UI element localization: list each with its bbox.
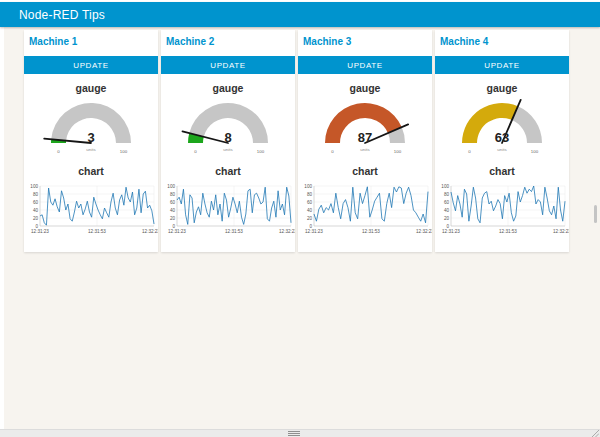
gauge-title: gauge: [435, 82, 569, 95]
svg-text:12:32:23: 12:32:23: [553, 229, 569, 234]
svg-text:12:31:53: 12:31:53: [362, 229, 380, 234]
machine-panel-3: Machine 3 UPDATE gauge 87units0100 chart…: [298, 30, 432, 252]
svg-text:80: 80: [444, 192, 450, 197]
svg-text:40: 40: [307, 208, 313, 213]
update-button[interactable]: UPDATE: [161, 56, 295, 74]
svg-text:80: 80: [33, 192, 39, 197]
svg-text:0: 0: [309, 224, 312, 229]
svg-text:63: 63: [495, 130, 509, 145]
svg-text:units: units: [497, 147, 507, 152]
svg-text:12:32:23: 12:32:23: [142, 229, 158, 234]
svg-text:40: 40: [33, 208, 39, 213]
svg-text:0: 0: [468, 149, 471, 154]
chart-widget: 02040608010012:31:2312:31:5312:32:23: [435, 178, 569, 238]
svg-text:12:31:23: 12:31:23: [168, 229, 186, 234]
update-button[interactable]: UPDATE: [24, 56, 158, 74]
svg-text:20: 20: [444, 216, 450, 221]
gauge-widget: 63units0100: [435, 97, 569, 159]
gauge-widget: 3units0100: [24, 97, 158, 159]
svg-text:8: 8: [224, 130, 231, 145]
svg-text:12:31:53: 12:31:53: [499, 229, 517, 234]
machine-panel-4: Machine 4 UPDATE gauge 63units0100 chart…: [435, 30, 569, 252]
update-button[interactable]: UPDATE: [435, 56, 569, 74]
svg-text:12:32:23: 12:32:23: [279, 229, 295, 234]
app-header: Node-RED Tips: [0, 2, 600, 27]
chart-title: chart: [298, 165, 432, 178]
svg-text:40: 40: [444, 208, 450, 213]
chart-widget: 02040608010012:31:2312:31:5312:32:23: [161, 178, 295, 238]
svg-text:12:32:23: 12:32:23: [416, 229, 432, 234]
chart-title: chart: [24, 165, 158, 178]
dashboard-background: Machine 1 UPDATE gauge 3units0100 chart …: [4, 27, 600, 430]
gauge-title: gauge: [298, 82, 432, 95]
svg-text:20: 20: [170, 216, 176, 221]
svg-text:80: 80: [170, 192, 176, 197]
svg-text:100: 100: [257, 149, 265, 154]
svg-text:60: 60: [444, 200, 450, 205]
gauge-title: gauge: [24, 82, 158, 95]
svg-text:100: 100: [30, 184, 38, 189]
machine-title: Machine 3: [298, 36, 432, 48]
svg-text:100: 100: [531, 149, 539, 154]
machine-panels-row: Machine 1 UPDATE gauge 3units0100 chart …: [24, 30, 569, 252]
svg-text:20: 20: [307, 216, 313, 221]
machine-title: Machine 4: [435, 36, 569, 48]
svg-text:100: 100: [441, 184, 449, 189]
update-button[interactable]: UPDATE: [298, 56, 432, 74]
svg-text:20: 20: [33, 216, 39, 221]
svg-text:60: 60: [33, 200, 39, 205]
svg-text:87: 87: [358, 130, 372, 145]
svg-text:100: 100: [120, 149, 128, 154]
svg-text:100: 100: [167, 184, 175, 189]
resize-corner-icon[interactable]: [591, 430, 599, 437]
svg-text:40: 40: [170, 208, 176, 213]
drag-handle-icon[interactable]: [288, 431, 300, 436]
chart-widget: 02040608010012:31:2312:31:5312:32:23: [298, 178, 432, 238]
svg-text:60: 60: [170, 200, 176, 205]
svg-text:3: 3: [87, 130, 94, 145]
svg-text:12:31:23: 12:31:23: [305, 229, 323, 234]
machine-panel-1: Machine 1 UPDATE gauge 3units0100 chart …: [24, 30, 158, 252]
machine-title: Machine 1: [24, 36, 158, 48]
svg-text:units: units: [223, 147, 233, 152]
svg-text:12:31:53: 12:31:53: [225, 229, 243, 234]
chart-title: chart: [161, 165, 295, 178]
svg-text:units: units: [360, 147, 370, 152]
gauge-title: gauge: [161, 82, 295, 95]
gauge-widget: 87units0100: [298, 97, 432, 159]
svg-text:12:31:53: 12:31:53: [88, 229, 106, 234]
bottom-status-strip: [0, 429, 600, 437]
app-title: Node-RED Tips: [19, 8, 105, 22]
chart-widget: 02040608010012:31:2312:31:5312:32:23: [24, 178, 158, 238]
svg-text:0: 0: [57, 149, 60, 154]
svg-text:100: 100: [304, 184, 312, 189]
svg-text:0: 0: [446, 224, 449, 229]
svg-text:0: 0: [35, 224, 38, 229]
machine-panel-2: Machine 2 UPDATE gauge 8units0100 chart …: [161, 30, 295, 252]
svg-text:0: 0: [172, 224, 175, 229]
svg-text:12:31:23: 12:31:23: [31, 229, 49, 234]
svg-text:units: units: [86, 147, 96, 152]
svg-text:0: 0: [331, 149, 334, 154]
chart-title: chart: [435, 165, 569, 178]
svg-text:12:31:23: 12:31:23: [442, 229, 460, 234]
svg-text:80: 80: [307, 192, 313, 197]
svg-text:60: 60: [307, 200, 313, 205]
gauge-widget: 8units0100: [161, 97, 295, 159]
svg-text:100: 100: [394, 149, 402, 154]
vertical-scrollbar-thumb[interactable]: [594, 205, 597, 223]
svg-text:0: 0: [194, 149, 197, 154]
machine-title: Machine 2: [161, 36, 295, 48]
